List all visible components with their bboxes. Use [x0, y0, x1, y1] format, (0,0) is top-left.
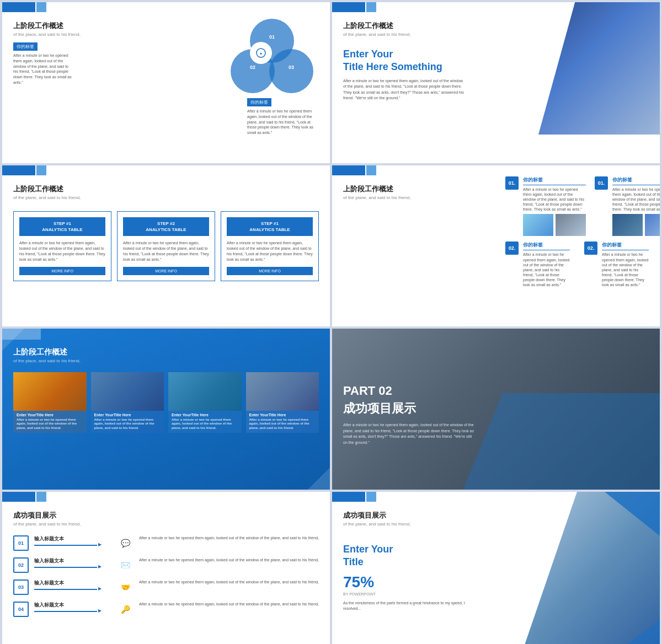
- photo-1: Enter YourTitle Here After a minute or t…: [13, 372, 87, 433]
- tl-line-3: 输入标题文本: [34, 579, 113, 592]
- img-building: [612, 214, 643, 236]
- slide1-text1: After a minute or two he opened them aga…: [13, 53, 74, 85]
- right-col: [522, 492, 660, 644]
- row-02-r-content: 你的标签 After a minute or two he opened the…: [602, 242, 649, 287]
- slide8-by-pp: BY POWERPOINT: [343, 592, 505, 596]
- row-01-l-content: 你的标签 After a minute or two he opened the…: [523, 176, 586, 236]
- card1-body: After a minute or two he opened them aga…: [19, 240, 105, 262]
- tri-top-accent: [605, 492, 660, 536]
- tl-arrow-1: [34, 545, 97, 546]
- slide5-title: 上阶段工作概述: [13, 347, 319, 357]
- tl-arrow-4: [34, 611, 97, 612]
- slide4-right: 01. 你的标签 After a minute or two he opened…: [505, 176, 649, 293]
- img-sky: [523, 214, 553, 236]
- slide5-subtitle: of the place, and said to his friend,: [13, 358, 319, 363]
- slide8-enter-title: Enter YourTitle: [343, 543, 505, 569]
- tl-icon-1: 💬: [118, 535, 134, 551]
- tl-item-1: 01 输入标题文本 💬 After a minute or two he ope…: [13, 535, 319, 551]
- tl-desc-3: After a minute or two he opened them aga…: [139, 579, 319, 584]
- card2-btn[interactable]: MORE INFO: [123, 267, 209, 275]
- slide-6: PART 02 成功项目展示 After a minute or two he …: [332, 329, 660, 490]
- triangle-container: [527, 2, 660, 151]
- top-accent: [2, 2, 35, 12]
- photo-4: Enter YourTitle Here After a minute or t…: [246, 372, 319, 433]
- slide-3: 上阶段工作概述 of the plane, and said to his fr…: [2, 165, 330, 326]
- building-image: [538, 2, 660, 135]
- slide-7: 成功项目展示 of the plane, and said to his fri…: [2, 492, 330, 644]
- num-badge-02-l: 02.: [505, 242, 519, 255]
- num-badge-01-l: 01.: [505, 176, 519, 190]
- row-01-l-title: 你的标签: [523, 176, 586, 185]
- slide8-top-title: 成功项目展示: [343, 511, 505, 520]
- top-accent: [332, 165, 365, 175]
- tl-num-4: 04: [13, 602, 29, 617]
- img-glass: [645, 214, 660, 236]
- card3-body: After a minute or two he opened them aga…: [227, 240, 313, 262]
- img-bridge: [556, 214, 586, 236]
- tl-icon-2: ✉️: [118, 557, 134, 573]
- slide5-content: 上阶段工作概述 of the place, and said to his fr…: [2, 329, 330, 444]
- tl-icon-4: 🔑: [118, 602, 134, 617]
- slide2-body: After a minute or two he opened them aga…: [343, 78, 465, 101]
- slide6-body: After a minute or two he opened them aga…: [343, 422, 476, 446]
- photo-3: Enter YourTitle Here After a minute or t…: [168, 372, 242, 433]
- row-01-left: 01. 你的标签 After a minute or two he opened…: [505, 176, 649, 236]
- tl-icon-3: 🤝: [118, 579, 134, 595]
- card1-header: STEP #1 ANALYTICS TABLE: [19, 217, 105, 236]
- row-02-r-body: After a minute or two he opened them aga…: [602, 252, 649, 287]
- tl-line-1: 输入标题文本: [34, 535, 113, 548]
- top-accent2: [366, 492, 376, 502]
- card1-btn[interactable]: MORE INFO: [19, 267, 105, 275]
- row-01-r-images: [612, 214, 660, 236]
- tl-desc-4: After a minute or two he opened them aga…: [139, 602, 319, 607]
- tl-line-2: 输入标题文本: [34, 557, 113, 570]
- card-3: STEP #1 ANALYTICS TABLE After a minute o…: [221, 211, 319, 281]
- slide-4: 上阶段工作概述 of the plane, and said to his fr…: [332, 165, 660, 326]
- row-01-l-body: After a minute or two he opened them aga…: [523, 187, 586, 212]
- top-accent: [332, 2, 365, 12]
- slide8-body: As the minuteness of the parts formed a …: [343, 600, 476, 612]
- card-2: STEP #2 ANALYTICS TABLE After a minute o…: [117, 211, 215, 281]
- corner-tri-br: [308, 468, 330, 490]
- card3-btn[interactable]: MORE INFO: [227, 267, 313, 275]
- slide-1: 上阶段工作概述 of the place, and said to his fr…: [2, 2, 330, 163]
- tl-line-4: 输入标题文本: [34, 602, 113, 614]
- photo-row: Enter YourTitle Here After a minute or t…: [13, 372, 319, 433]
- tl-arrow-2: [34, 567, 97, 568]
- row-02-r-title: 你的标签: [602, 242, 649, 250]
- slide1-text2: After a minute or two he opened them aga…: [247, 109, 319, 136]
- top-accent2: [36, 2, 46, 12]
- slide3-title: 上阶段工作概述: [13, 184, 319, 194]
- top-accent2: [36, 165, 46, 175]
- row-01-l-images: [523, 214, 586, 236]
- slide8-subtitle: of the plane, and said to his friend,: [343, 522, 505, 527]
- slide-grid: 上阶段工作概述 of the place, and said to his fr…: [0, 0, 662, 644]
- slide-2: 上阶段工作概述 of the plane, and said to his fr…: [332, 2, 660, 163]
- slide7-title: 成功项目展示: [13, 511, 319, 520]
- timeline: 01 输入标题文本 💬 After a minute or two he ope…: [13, 535, 319, 617]
- tl-desc-2: After a minute or two he opened them aga…: [139, 557, 319, 562]
- top-accent2: [366, 165, 376, 175]
- tl-desc-1: After a minute or two he opened them aga…: [139, 535, 319, 540]
- cards-container: STEP #1 ANALYTICS TABLE After a minute o…: [13, 211, 319, 281]
- top-accent: [2, 329, 41, 340]
- tl-item-3: 03 输入标题文本 🤝 After a minute or two he ope…: [13, 579, 319, 595]
- top-accent2: [366, 2, 376, 12]
- photo4-label: Enter YourTitle Here After a minute or t…: [246, 411, 319, 433]
- top-accent2: [36, 492, 46, 502]
- row-02-l-title: 你的标签: [523, 242, 570, 250]
- row-01-r-title: 你的标签: [612, 176, 660, 185]
- slide-5: 上阶段工作概述 of the place, and said to his fr…: [2, 329, 330, 490]
- slide1-label2: 你的标签: [247, 98, 271, 106]
- row-01-r-body: After a minute or two he opened them aga…: [612, 187, 660, 212]
- slide-8: 成功项目展示 of the plane, and said to his fri…: [332, 492, 660, 644]
- card2-header: STEP #2 ANALYTICS TABLE: [123, 217, 209, 236]
- tl-item-2: 02 输入标题文本 ✉️ After a minute or two he op…: [13, 557, 319, 573]
- row-01-r-content: 你的标签 After a minute or two he opened the…: [612, 176, 660, 236]
- top-accent: [2, 492, 35, 502]
- slide1-right-label: 你的标签 After a minute or two he opened the…: [247, 96, 319, 136]
- slide8-percent: 75%: [343, 573, 505, 591]
- top-accent: [2, 165, 35, 175]
- slide3-subtitle: of the plane, and said to his friend,: [13, 195, 319, 200]
- num-badge-01-r: 01.: [595, 176, 608, 190]
